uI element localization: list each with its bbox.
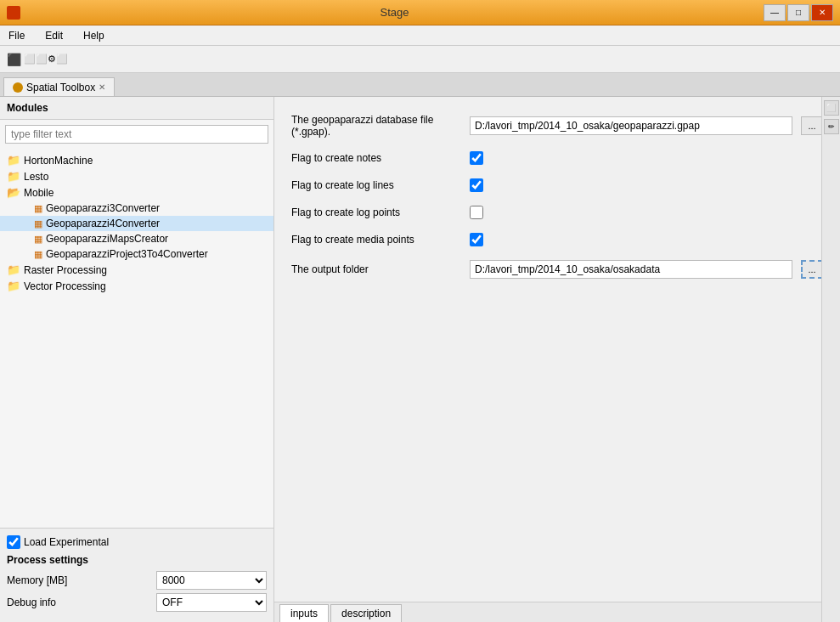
create-logpoints-row: Flag to create log points bbox=[291, 206, 823, 219]
create-logpoints-checkbox[interactable] bbox=[470, 206, 483, 219]
memory-row: Memory [MB] 8000 4000 2000 1000 bbox=[7, 571, 267, 590]
side-icons: ⬜ ✏ bbox=[821, 97, 840, 622]
tab-icon bbox=[13, 82, 23, 93]
tab-bar: Spatial Toolbox ✕ bbox=[0, 73, 840, 97]
module-icon: ▦ bbox=[34, 218, 42, 229]
menu-file[interactable]: File bbox=[3, 28, 30, 43]
close-button[interactable]: ✕ bbox=[811, 4, 833, 21]
memory-select[interactable]: 8000 4000 2000 1000 bbox=[156, 571, 267, 590]
title-bar: Stage — □ ✕ bbox=[0, 0, 840, 25]
tree-label-hortonmachine: HortonMachine bbox=[24, 155, 93, 167]
left-panel-bottom: Load Experimental Process settings Memor… bbox=[0, 528, 273, 622]
tree-item-vector[interactable]: 📁 Vector Processing bbox=[0, 278, 273, 294]
spatial-toolbox-tab[interactable]: Spatial Toolbox ✕ bbox=[3, 77, 115, 96]
tab-label: Spatial Toolbox bbox=[26, 82, 95, 93]
tree-item-geopaparazzi4[interactable]: ▦ Geopaparazzi4Converter bbox=[0, 216, 273, 231]
output-folder-label: The output folder bbox=[291, 263, 461, 275]
maximize-button[interactable]: □ bbox=[787, 4, 809, 21]
tree-item-raster[interactable]: 📁 Raster Processing bbox=[0, 262, 273, 278]
output-folder-input[interactable] bbox=[470, 260, 792, 279]
gpap-file-label: The geopaparazzi database file (*.gpap). bbox=[291, 114, 461, 138]
tree-item-geopaparazzi3[interactable]: ▦ Geopaparazzi3Converter bbox=[0, 201, 273, 216]
tree-label-vector: Vector Processing bbox=[24, 280, 106, 292]
tab-inputs[interactable]: inputs bbox=[279, 604, 329, 622]
tree-label-geopaparazzi4: Geopaparazzi4Converter bbox=[46, 218, 160, 229]
tree-label-geopaparazzi3: Geopaparazzi3Converter bbox=[46, 202, 160, 214]
menu-help[interactable]: Help bbox=[78, 28, 110, 43]
tree-label-geopaparazzimaps: GeopaparazziMapsCreator bbox=[46, 233, 168, 245]
tree-item-geopaparazziproject[interactable]: ▦ GeopaparazziProject3To4Converter bbox=[0, 246, 273, 262]
create-notes-row: Flag to create notes bbox=[291, 151, 823, 165]
output-folder-browse-button[interactable]: ... bbox=[801, 260, 823, 279]
create-notes-checkbox[interactable] bbox=[470, 151, 483, 165]
create-notes-label: Flag to create notes bbox=[291, 152, 461, 164]
tree-item-mobile[interactable]: 📂 Mobile bbox=[0, 184, 273, 201]
memory-label: Memory [MB] bbox=[7, 574, 67, 586]
window-controls: — □ ✕ bbox=[764, 4, 833, 21]
module-icon: ▦ bbox=[34, 234, 42, 245]
debug-label: Debug info bbox=[7, 597, 56, 608]
app-icon bbox=[7, 6, 20, 20]
gpap-file-row: The geopaparazzi database file (*.gpap).… bbox=[291, 114, 823, 138]
load-experimental-checkbox[interactable] bbox=[7, 535, 20, 549]
tree-label-lesto: Lesto bbox=[24, 171, 48, 183]
tree-label-mobile: Mobile bbox=[24, 187, 54, 199]
tab-close-button[interactable]: ✕ bbox=[99, 82, 105, 92]
form-content: The geopaparazzi database file (*.gpap).… bbox=[274, 97, 840, 602]
create-mediapoints-checkbox[interactable] bbox=[470, 233, 483, 246]
folder-icon: 📁 bbox=[7, 280, 20, 292]
create-logpoints-label: Flag to create log points bbox=[291, 206, 461, 218]
menu-edit[interactable]: Edit bbox=[40, 28, 68, 43]
folder-icon: 📁 bbox=[7, 263, 20, 276]
module-tree: 📁 HortonMachine 📁 Lesto 📂 Mobile ▦ Geopa… bbox=[0, 149, 273, 528]
gpap-browse-button[interactable]: ... bbox=[801, 116, 823, 135]
gpap-file-input[interactable] bbox=[470, 116, 792, 135]
side-icon-2[interactable]: ✏ bbox=[824, 119, 839, 134]
minimize-button[interactable]: — bbox=[764, 4, 786, 21]
filter-input[interactable] bbox=[5, 125, 268, 144]
tab-description[interactable]: description bbox=[330, 604, 402, 622]
output-folder-row: The output folder ... bbox=[291, 260, 823, 279]
create-mediapoints-label: Flag to create media points bbox=[291, 234, 461, 246]
process-settings-label: Process settings bbox=[7, 554, 267, 566]
modules-header: Modules bbox=[0, 97, 273, 120]
tree-item-geopaparazzimaps[interactable]: ▦ GeopaparazziMapsCreator bbox=[0, 231, 273, 246]
toolbar-btn-2[interactable]: ⬜⬜ bbox=[25, 49, 46, 70]
tree-item-hortonmachine[interactable]: 📁 HortonMachine bbox=[0, 152, 273, 168]
folder-icon: 📁 bbox=[7, 170, 20, 183]
toolbar: ⬛ ⬜⬜ ⚙⬜ bbox=[0, 46, 840, 73]
tree-label-geopaparazziproject: GeopaparazziProject3To4Converter bbox=[46, 248, 208, 260]
toolbar-btn-3[interactable]: ⚙⬜ bbox=[48, 49, 68, 70]
window-title: Stage bbox=[25, 6, 764, 19]
create-loglines-checkbox[interactable] bbox=[470, 178, 483, 192]
right-panel: The geopaparazzi database file (*.gpap).… bbox=[274, 97, 840, 622]
toolbar-btn-1[interactable]: ⬛ bbox=[3, 49, 24, 70]
folder-icon-open: 📂 bbox=[7, 186, 20, 199]
load-experimental-row: Load Experimental bbox=[7, 535, 267, 549]
folder-icon: 📁 bbox=[7, 154, 20, 167]
bottom-tabs: inputs description bbox=[274, 602, 840, 622]
module-icon: ▦ bbox=[34, 203, 42, 214]
tree-label-raster: Raster Processing bbox=[24, 264, 107, 276]
create-mediapoints-row: Flag to create media points bbox=[291, 233, 823, 246]
load-experimental-label: Load Experimental bbox=[24, 536, 109, 548]
tree-item-lesto[interactable]: 📁 Lesto bbox=[0, 168, 273, 184]
main-content: Modules 📁 HortonMachine 📁 Lesto 📂 Mobile… bbox=[0, 97, 840, 622]
menu-bar: File Edit Help bbox=[0, 25, 840, 46]
create-loglines-label: Flag to create log lines bbox=[291, 179, 461, 191]
module-icon: ▦ bbox=[34, 249, 42, 260]
create-loglines-row: Flag to create log lines bbox=[291, 178, 823, 192]
debug-select[interactable]: OFF ON bbox=[156, 593, 267, 612]
debug-row: Debug info OFF ON bbox=[7, 593, 267, 612]
left-panel: Modules 📁 HortonMachine 📁 Lesto 📂 Mobile… bbox=[0, 97, 274, 622]
side-icon-1[interactable]: ⬜ bbox=[824, 100, 839, 116]
